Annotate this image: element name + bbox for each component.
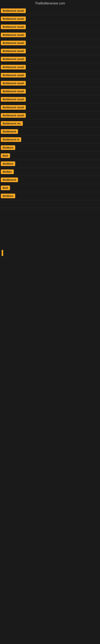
bottom-spacer xyxy=(0,258,100,378)
list-item: Bottleneck xyxy=(0,176,100,184)
bottleneck-badge[interactable]: Bottleneck result xyxy=(1,81,26,86)
list-item xyxy=(0,200,100,208)
bottom-indicator-row xyxy=(0,248,100,258)
bottleneck-badge[interactable]: Bott xyxy=(1,153,10,158)
list-item: Bottleneck result xyxy=(0,47,100,55)
list-item: Bottleneck result xyxy=(0,55,100,63)
bottleneck-badge[interactable]: Bottleneck result xyxy=(1,8,26,13)
list-item: Bottleneck result xyxy=(0,104,100,112)
list-item: Bottleneck result xyxy=(0,31,100,39)
list-item: Bottlene xyxy=(0,192,100,200)
list-item: Bottleneck result xyxy=(0,71,100,79)
bottleneck-badge[interactable]: Bottlene xyxy=(1,145,15,150)
list-item: Bottleneck result xyxy=(0,15,100,23)
bottleneck-badge[interactable]: Bottleneck result xyxy=(1,57,26,62)
list-item: Bottleneck xyxy=(0,128,100,136)
bottleneck-badge[interactable]: Bottleneck result xyxy=(1,73,26,78)
small-indicator xyxy=(1,250,3,256)
list-item: Bottleneck result xyxy=(0,87,100,96)
list-item: Bott xyxy=(0,152,100,160)
bottleneck-badge[interactable]: Bottlene xyxy=(1,194,15,198)
bottleneck-badge[interactable]: Bottleneck re xyxy=(1,137,21,142)
bottleneck-badge[interactable]: Bottleneck res xyxy=(1,121,23,126)
bottleneck-badge[interactable]: Bottleneck result xyxy=(1,89,26,94)
site-title-bar: TheBottlenecker.com xyxy=(0,0,100,7)
bottleneck-badge[interactable]: Bottleneck result xyxy=(1,97,26,102)
bottleneck-badge[interactable]: Bottleneck result xyxy=(1,32,26,37)
results-container: Bottleneck resultBottleneck resultBottle… xyxy=(0,7,100,208)
bottleneck-badge[interactable]: Bottleneck xyxy=(1,178,18,182)
list-item: Bott xyxy=(0,184,100,192)
site-title: TheBottlenecker.com xyxy=(0,0,100,7)
list-item: Bottleneck result xyxy=(0,112,100,120)
list-item: Bottleneck result xyxy=(0,79,100,87)
list-item: Bottleneck re xyxy=(0,136,100,144)
list-item: Bottlen xyxy=(0,168,100,176)
list-item: Bottleneck res xyxy=(0,120,100,128)
list-item: Bottlene xyxy=(0,144,100,152)
empty-section xyxy=(0,208,100,248)
bottleneck-badge[interactable]: Bottleneck result xyxy=(1,16,26,21)
bottleneck-badge[interactable]: Bottleneck result xyxy=(1,105,26,110)
bottleneck-badge[interactable]: Bottleneck result xyxy=(1,113,26,118)
bottleneck-badge[interactable]: Bottlen xyxy=(1,170,14,174)
bottleneck-badge[interactable]: Bottleneck result xyxy=(1,65,26,70)
list-item: Bottleneck result xyxy=(0,96,100,104)
bottleneck-badge[interactable]: Bottleneck result xyxy=(1,24,26,29)
list-item: Bottleneck result xyxy=(0,39,100,47)
list-item: Bottlene xyxy=(0,160,100,168)
bottleneck-badge[interactable]: Bott xyxy=(1,186,10,190)
list-item: Bottleneck result xyxy=(0,23,100,31)
list-item: Bottleneck result xyxy=(0,7,100,15)
bottleneck-badge[interactable]: Bottleneck result xyxy=(1,49,26,53)
bottleneck-badge[interactable]: Bottleneck result xyxy=(1,41,26,45)
list-item: Bottleneck result xyxy=(0,63,100,71)
bottleneck-badge[interactable]: Bottleneck xyxy=(1,129,18,134)
bottleneck-badge[interactable]: Bottlene xyxy=(1,162,15,166)
